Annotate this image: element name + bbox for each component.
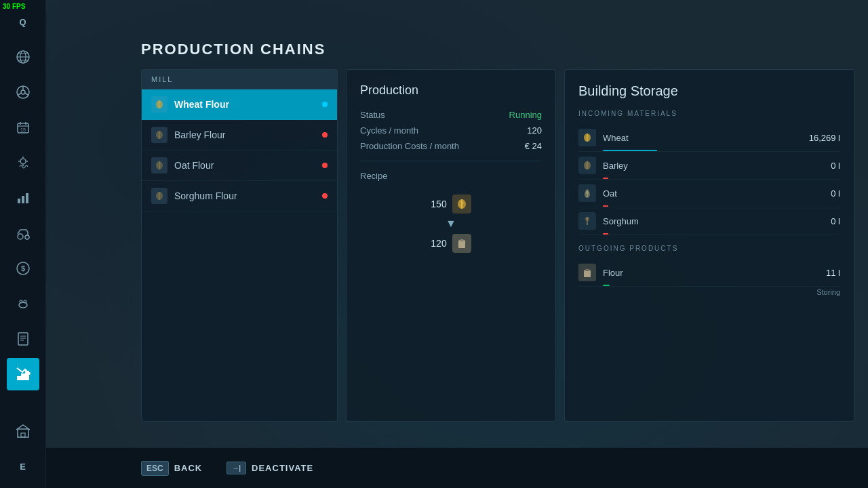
recipe-arrow-icon: ▼ [446,218,456,230]
sidebar-item-weather[interactable] [7,146,39,179]
flour-bar [603,285,610,286]
svg-rect-22 [26,193,28,203]
svg-point-6 [21,90,25,94]
barley-storage-icon [578,157,596,174]
deactivate-key: →| [226,462,246,474]
flour-storage-icon [578,264,596,281]
svg-rect-39 [21,433,25,437]
prod-divider [360,161,542,161]
sidebar-item-steering[interactable] [7,76,39,108]
sorghum-storage-icon [578,212,596,230]
wheat-amount: 16,269 l [809,133,840,143]
sidebar-item-chart[interactable] [7,182,39,214]
wheat-bar [603,150,657,151]
status-value: Running [509,110,542,120]
sidebar-item-finance[interactable]: $ [7,252,39,285]
cycles-label: Cycles / month [360,125,418,136]
chain-name-sorghum-flour: Sorghum Flour [174,190,315,201]
sorghum-bar [603,233,608,235]
chain-item-wheat-flour[interactable]: Wheat Flour [142,89,337,120]
flour-amount: 11 l [826,268,840,278]
storage-item-sorghum: Sorghum 0 l [578,207,840,235]
barley-name: Barley [603,161,824,171]
recipe-output: 120 [431,234,471,253]
chain-item-barley-flour[interactable]: Barley Flour [142,120,337,150]
panel-production: Production Status Running Cycles / month… [346,69,556,422]
svg-point-15 [20,159,26,164]
flour-name: Flour [603,268,819,278]
main-content: PRODUCTION CHAINS MILL Wheat Flour [46,0,868,488]
chain-item-oat-flour[interactable]: Oat Flour [142,150,337,181]
storage-item-oat: Oat 0 l [578,180,840,207]
chains-header: MILL [142,70,337,89]
svg-rect-21 [22,196,24,203]
svg-point-23 [18,234,23,239]
recipe-input-amount: 150 [431,199,446,209]
bottom-bar: ESC BACK →| DEACTIVATE [46,447,868,488]
oat-bar [603,205,608,207]
svg-point-24 [25,235,29,239]
storage-item-flour: Flour 11 l [578,259,840,287]
chain-name-wheat-flour: Wheat Flour [174,99,315,110]
fps-counter: 30 FPS [3,3,25,10]
chain-dot-sorghum-flour [322,193,328,199]
cycles-row: Cycles / month 120 [360,125,542,136]
page-title: PRODUCTION CHAINS [141,41,854,58]
wheat-flour-icon [151,96,167,113]
back-button[interactable]: ESC BACK [141,461,202,476]
sidebar: Q 15 [0,0,46,488]
wheat-recipe-icon [452,195,471,214]
outgoing-section: OUTGOING PRODUCTS Flour 11 l Storing [578,245,840,296]
barley-flour-icon [151,127,167,143]
oat-amount: 0 l [831,188,840,199]
sidebar-item-globe[interactable] [7,41,39,73]
oat-storage-icon [578,184,596,202]
sidebar-item-animals[interactable] [7,287,39,320]
barley-bar [603,178,608,179]
chain-item-sorghum-flour[interactable]: Sorghum Flour [142,181,337,211]
panels-container: MILL Wheat Flour [141,69,854,422]
costs-row: Production Costs / month € 24 [360,141,542,151]
cycles-value: 120 [527,125,542,136]
oat-name: Oat [603,188,824,199]
sorghum-flour-icon [151,188,167,204]
deactivate-button[interactable]: →| DEACTIVATE [226,462,313,474]
svg-line-9 [24,94,28,96]
storage-item-wheat: Wheat 16,269 l [578,124,840,152]
sidebar-item-tractor[interactable] [7,217,39,249]
sidebar-item-q[interactable]: Q [7,5,39,38]
costs-value: € 24 [525,141,542,151]
chain-dot-oat-flour [322,163,328,168]
chain-dot-barley-flour [322,132,328,138]
barley-amount: 0 l [831,161,840,171]
sorghum-amount: 0 l [831,216,840,226]
chain-dot-wheat-flour [322,102,328,107]
sidebar-item-production[interactable] [7,358,39,390]
recipe-title: Recipe [360,171,542,181]
sidebar-item-papers[interactable] [7,323,39,355]
sidebar-item-e[interactable]: E [7,450,39,483]
status-label: Status [360,110,385,120]
sidebar-item-building[interactable] [7,415,39,447]
svg-rect-34 [17,376,21,380]
back-key: ESC [141,461,169,476]
oat-flour-icon [151,157,167,174]
svg-rect-53 [458,241,465,248]
sidebar-item-calendar[interactable]: 15 [7,111,39,144]
chain-name-oat-flour: Oat Flour [174,160,315,171]
deactivate-label: DEACTIVATE [252,463,313,473]
recipe-input: 150 [431,195,471,214]
panel-chains: MILL Wheat Flour [141,69,338,422]
sorghum-name: Sorghum [603,216,824,226]
svg-rect-63 [584,271,591,277]
svg-rect-35 [21,373,25,380]
svg-line-8 [18,94,21,96]
back-label: BACK [174,463,203,473]
storing-label: Storing [578,288,840,296]
incoming-title: INCOMING MATERIALS [578,110,840,117]
wheat-name: Wheat [603,133,802,143]
status-row: Status Running [360,110,542,120]
svg-rect-30 [18,333,28,345]
svg-text:15: 15 [20,127,26,132]
recipe-output-amount: 120 [431,238,446,249]
